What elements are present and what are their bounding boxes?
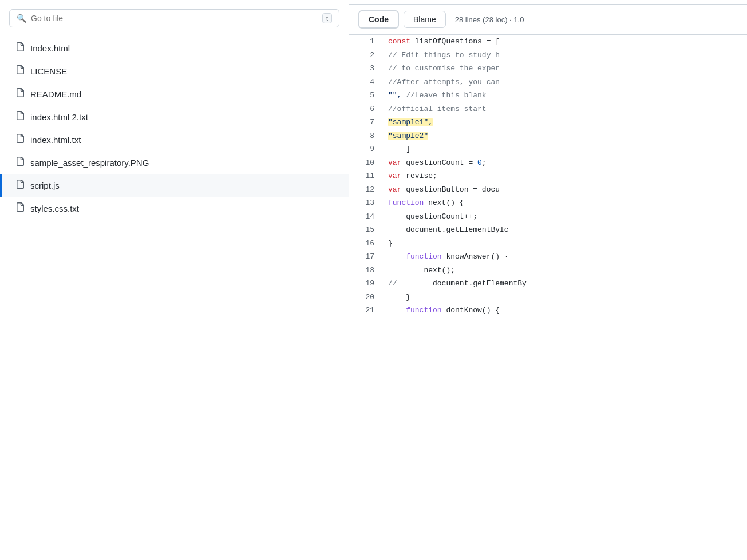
line-number: 3 <box>349 62 384 76</box>
line-content: function knowAnswer() · <box>384 250 747 264</box>
table-row: 20 } <box>349 291 747 304</box>
file-icon <box>15 42 25 54</box>
table-row: 19// document.getElementBy <box>349 277 747 291</box>
search-input[interactable] <box>31 14 322 23</box>
line-number: 6 <box>349 102 384 116</box>
line-content: // document.getElementBy <box>384 277 747 291</box>
line-number: 14 <box>349 210 384 224</box>
tab-blame[interactable]: Blame <box>404 11 446 28</box>
line-number: 9 <box>349 142 384 156</box>
file-item-index-html[interactable]: Index.html <box>0 37 349 59</box>
line-content: var questionButton = docu <box>384 183 747 197</box>
table-row: 16} <box>349 237 747 251</box>
line-number: 5 <box>349 89 384 102</box>
line-content: function next() { <box>384 196 747 210</box>
line-content: "", //Leave this blank <box>384 89 747 102</box>
file-item-readme[interactable]: README.md <box>0 82 349 105</box>
line-content: const listOfQuestions = [ <box>384 35 747 49</box>
line-number: 16 <box>349 237 384 251</box>
file-name: README.md <box>30 89 81 99</box>
file-name: sample_asset_respiratory.PNG <box>30 158 149 168</box>
file-name: script.js <box>30 181 60 190</box>
file-icon <box>15 134 25 145</box>
code-header: Code Blame 28 lines (28 loc) · 1.0 <box>349 5 747 35</box>
line-number: 4 <box>349 76 384 89</box>
line-content: ] <box>384 142 747 156</box>
table-row: 6//official items start <box>349 102 747 116</box>
table-row: 13function next() { <box>349 196 747 210</box>
line-content: // to customise the exper <box>384 62 747 76</box>
file-name: index.html.txt <box>30 135 81 145</box>
table-row: 1const listOfQuestions = [ <box>349 35 747 49</box>
line-number: 15 <box>349 223 384 237</box>
search-icon: 🔍 <box>17 14 26 23</box>
file-item-index-html-txt[interactable]: index.html.txt <box>0 128 349 151</box>
file-list: Index.htmlLICENSEREADME.mdindex.html 2.t… <box>0 37 349 220</box>
table-row: 14 questionCount++; <box>349 210 747 224</box>
line-number: 17 <box>349 250 384 264</box>
table-row: 18 next(); <box>349 264 747 277</box>
line-content: //official items start <box>384 102 747 116</box>
line-content: //After attempts, you can <box>384 76 747 89</box>
file-name: index.html 2.txt <box>30 112 88 122</box>
table-row: 4//After attempts, you can <box>349 76 747 89</box>
line-content: } <box>384 237 747 251</box>
tab-code[interactable]: Code <box>358 10 399 29</box>
file-icon <box>15 202 25 214</box>
line-number: 19 <box>349 277 384 291</box>
file-icon <box>15 180 25 191</box>
keyboard-shortcut-badge: t <box>322 13 332 23</box>
table-row: 17 function knowAnswer() · <box>349 250 747 264</box>
table-row: 12var questionButton = docu <box>349 183 747 197</box>
line-number: 12 <box>349 183 384 197</box>
line-number: 7 <box>349 116 384 129</box>
table-row: 3// to customise the exper <box>349 62 747 76</box>
file-icon <box>15 65 25 77</box>
line-number: 21 <box>349 304 384 317</box>
search-bar[interactable]: 🔍 t <box>9 9 339 27</box>
table-row: 5"", //Leave this blank <box>349 89 747 102</box>
line-content: var revise; <box>384 169 747 183</box>
file-item-license[interactable]: LICENSE <box>0 59 349 82</box>
file-item-styles-css[interactable]: styles.css.txt <box>0 197 349 220</box>
code-body: 1const listOfQuestions = [2// Edit thing… <box>349 35 747 560</box>
file-browser: 🔍 t Index.htmlLICENSEREADME.mdindex.html… <box>0 0 349 560</box>
file-icon <box>15 88 25 100</box>
code-meta: 28 lines (28 loc) · 1.0 <box>455 15 524 24</box>
file-name: styles.css.txt <box>30 204 79 213</box>
line-content: } <box>384 291 747 304</box>
line-content: next(); <box>384 264 747 277</box>
line-number: 18 <box>349 264 384 277</box>
line-content: document.getElementByIc <box>384 223 747 237</box>
table-row: 15 document.getElementByIc <box>349 223 747 237</box>
file-icon <box>15 157 25 168</box>
code-panel: Code Blame 28 lines (28 loc) · 1.0 1cons… <box>349 0 747 560</box>
line-number: 20 <box>349 291 384 304</box>
line-number: 8 <box>349 129 384 143</box>
file-item-index-html-2[interactable]: index.html 2.txt <box>0 105 349 128</box>
line-content: questionCount++; <box>384 210 747 224</box>
code-table: 1const listOfQuestions = [2// Edit thing… <box>349 35 747 317</box>
table-row: 9 ] <box>349 142 747 156</box>
line-number: 1 <box>349 35 384 49</box>
top-bar <box>349 0 747 5</box>
file-name: LICENSE <box>30 66 67 76</box>
line-content: // Edit things to study h <box>384 49 747 62</box>
table-row: 7"sample1", <box>349 116 747 129</box>
table-row: 8"sample2" <box>349 129 747 143</box>
line-number: 2 <box>349 49 384 62</box>
line-number: 10 <box>349 156 384 170</box>
line-content: "sample1", <box>384 116 747 129</box>
line-content: function dontKnow() { <box>384 304 747 317</box>
file-item-script-js[interactable]: script.js <box>0 174 349 197</box>
table-row: 11var revise; <box>349 169 747 183</box>
file-item-sample-asset[interactable]: sample_asset_respiratory.PNG <box>0 151 349 174</box>
table-row: 2// Edit things to study h <box>349 49 747 62</box>
line-number: 13 <box>349 196 384 210</box>
file-icon <box>15 111 25 122</box>
line-content: "sample2" <box>384 129 747 143</box>
file-name: Index.html <box>30 43 70 53</box>
table-row: 21 function dontKnow() { <box>349 304 747 317</box>
line-content: var questionCount = 0; <box>384 156 747 170</box>
line-number: 11 <box>349 169 384 183</box>
